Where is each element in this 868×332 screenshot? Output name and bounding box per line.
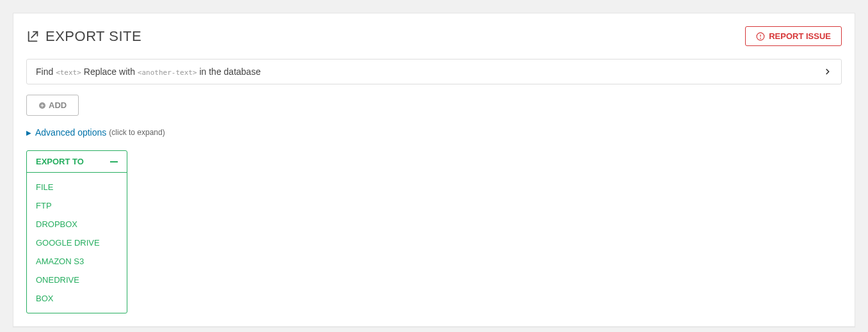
header-row: EXPORT SITE REPORT ISSUE — [26, 26, 842, 46]
export-panel: EXPORT SITE REPORT ISSUE Find <text> Rep… — [13, 13, 855, 327]
plus-circle-icon — [38, 102, 46, 109]
export-option-dropbox[interactable]: DROPBOX — [27, 215, 127, 233]
advanced-options-hint: (click to expand) — [109, 128, 165, 137]
add-button-label: ADD — [49, 100, 67, 110]
triangle-right-icon: ▶ — [26, 129, 31, 136]
fr-placeholder-1: <text> — [56, 68, 81, 77]
export-icon — [26, 29, 40, 43]
export-option-box[interactable]: BOX — [27, 289, 127, 308]
find-replace-text: Find <text> Replace with <another-text> … — [36, 67, 261, 77]
page-title-text: EXPORT SITE — [45, 28, 141, 45]
find-replace-bar[interactable]: Find <text> Replace with <another-text> … — [26, 59, 842, 84]
fr-mid: Replace with — [84, 67, 135, 77]
export-to-toggle[interactable]: EXPORT TO — [27, 151, 127, 173]
alert-icon — [756, 32, 765, 41]
advanced-options-toggle[interactable]: ▶ Advanced options (click to expand) — [26, 127, 842, 138]
export-option-amazon-s3[interactable]: AMAZON S3 — [27, 252, 127, 271]
fr-suffix: in the database — [199, 67, 261, 77]
advanced-options-label: Advanced options — [35, 127, 106, 138]
export-option-file[interactable]: FILE — [27, 178, 127, 196]
page-title: EXPORT SITE — [26, 28, 141, 45]
add-button[interactable]: ADD — [26, 95, 79, 116]
fr-placeholder-2: <another-text> — [138, 68, 197, 77]
report-issue-label: REPORT ISSUE — [769, 31, 831, 41]
export-option-ftp[interactable]: FTP — [27, 196, 127, 215]
export-to-label: EXPORT TO — [36, 157, 84, 166]
svg-point-2 — [760, 38, 761, 38]
export-to-list: FILE FTP DROPBOX GOOGLE DRIVE AMAZON S3 … — [27, 173, 127, 313]
fr-prefix: Find — [36, 67, 53, 77]
chevron-right-icon — [823, 67, 832, 76]
report-issue-button[interactable]: REPORT ISSUE — [745, 26, 842, 46]
minus-icon — [110, 161, 118, 162]
export-option-onedrive[interactable]: ONEDRIVE — [27, 271, 127, 289]
export-to-dropdown: EXPORT TO FILE FTP DROPBOX GOOGLE DRIVE … — [26, 150, 127, 313]
export-option-google-drive[interactable]: GOOGLE DRIVE — [27, 233, 127, 252]
